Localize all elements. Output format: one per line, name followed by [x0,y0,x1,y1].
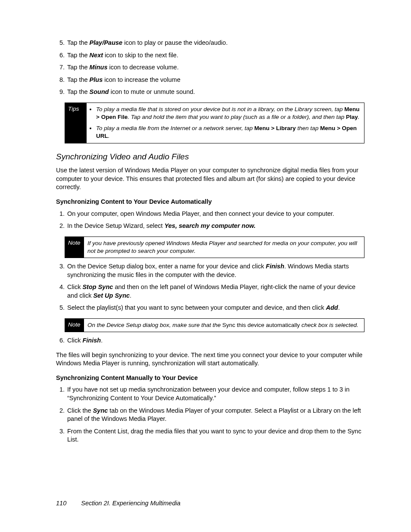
list-item: Tap the Plus icon to increase the volume [66,76,364,84]
list-item: Tap the Play/Pause icon to play or pause… [66,39,364,47]
list-item: Click Finish. [66,336,364,345]
footer: 110 Section 2I. Experiencing Multimedia [56,499,181,508]
subheading-auto: Synchronizing Content to Your Device Aut… [56,198,364,206]
tips-bullet: To play a media file from the Internet o… [96,124,360,140]
tips-bullet: To play a media file that is stored on y… [96,106,360,121]
list-item: Click the Sync tab on the Windows Media … [66,407,364,423]
list-item: Tap the Minus icon to decrease volume. [66,63,364,72]
note-callout-1: Note If you have previously opened Windo… [65,236,364,258]
list-item: On the Device Setup dialog box, enter a … [66,262,364,279]
tips-callout: Tips To play a media file that is stored… [65,103,364,143]
callout-label-note: Note [65,237,84,258]
page-content: Tap the Play/Pause icon to play or pause… [0,0,411,444]
numbered-list-manual: If you have not set up media synchroniza… [56,386,364,444]
list-item: If you have not set up media synchroniza… [66,386,364,402]
list-item: Tap the Next icon to skip to the next fi… [66,51,364,60]
list-item: Click Stop Sync and then on the left pan… [66,283,364,300]
note-body: If you have previously opened Windows Me… [84,237,364,258]
footer-title: Section 2I. Experiencing Multimedia [81,500,181,507]
subheading-manual: Synchronizing Content Manually to Your D… [56,374,364,383]
numbered-list-auto-1: On your computer, open Windows Media Pla… [56,210,364,230]
after-paragraph: The files will begin synchronizing to yo… [56,351,364,368]
note-body: On the Device Setup dialog box, make sur… [84,319,364,332]
list-item: In the Device Setup Wizard, select Yes, … [66,222,364,230]
section-heading: Synchronizing Video and Audio Files [56,151,364,162]
list-item: Tap the Sound icon to mute or unmute sou… [66,88,364,96]
list-item: On your computer, open Windows Media Pla… [66,210,364,218]
note-callout-2: Note On the Device Setup dialog box, mak… [65,318,364,332]
page-number: 110 [56,500,66,507]
callout-label-note: Note [65,319,84,332]
list-item: From the Content List, drag the media fi… [66,427,364,444]
numbered-list-controls: Tap the Play/Pause icon to play or pause… [56,39,364,96]
tips-body: To play a media file that is stored on y… [87,103,364,143]
numbered-list-auto-2: On the Device Setup dialog box, enter a … [56,262,364,312]
list-item: Select the playlist(s) that you want to … [66,304,364,312]
callout-label-tips: Tips [65,103,87,143]
section-intro: Use the latest version of Windows Media … [56,166,364,192]
numbered-list-auto-3: Click Finish. [56,336,364,345]
